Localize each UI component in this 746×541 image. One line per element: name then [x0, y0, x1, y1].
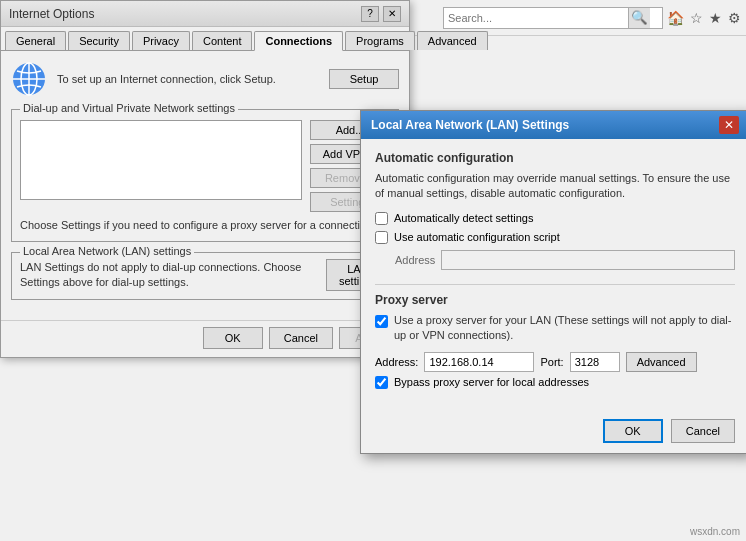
lan-modal-body: Automatic configuration Automatic config… — [361, 139, 746, 413]
lan-cancel-button[interactable]: Cancel — [671, 419, 735, 443]
modal-overlay: Local Area Network (LAN) Settings ✕ Auto… — [0, 0, 746, 541]
lan-modal-title: Local Area Network (LAN) Settings — [371, 118, 569, 132]
script-address-label: Address — [395, 254, 435, 266]
proxy-address-label: Address: — [375, 356, 418, 368]
auto-config-desc: Automatic configuration may override man… — [375, 171, 735, 202]
use-proxy-label: Use a proxy server for your LAN (These s… — [394, 313, 735, 344]
auto-detect-label: Automatically detect settings — [394, 212, 533, 224]
lan-ok-button[interactable]: OK — [603, 419, 663, 443]
use-config-script-label: Use automatic configuration script — [394, 231, 560, 243]
script-address-input[interactable] — [441, 250, 735, 270]
lan-settings-modal: Local Area Network (LAN) Settings ✕ Auto… — [360, 110, 746, 454]
use-proxy-checkbox[interactable] — [375, 315, 388, 328]
use-config-script-checkbox[interactable] — [375, 231, 388, 244]
lan-modal-titlebar: Local Area Network (LAN) Settings ✕ — [361, 111, 746, 139]
proxy-address-input[interactable] — [424, 352, 534, 372]
port-input[interactable] — [570, 352, 620, 372]
port-label: Port: — [540, 356, 563, 368]
lan-modal-footer: OK Cancel — [361, 413, 746, 453]
bypass-row: Bypass proxy server for local addresses — [375, 376, 735, 389]
auto-config-title: Automatic configuration — [375, 151, 735, 165]
lan-modal-close-button[interactable]: ✕ — [719, 116, 739, 134]
advanced-button[interactable]: Advanced — [626, 352, 697, 372]
proxy-server-title: Proxy server — [375, 293, 735, 307]
bypass-checkbox[interactable] — [375, 376, 388, 389]
divider — [375, 284, 735, 285]
use-proxy-row: Use a proxy server for your LAN (These s… — [375, 313, 735, 344]
proxy-address-row: Address: Port: Advanced — [375, 352, 735, 372]
bypass-label: Bypass proxy server for local addresses — [394, 376, 589, 388]
auto-detect-checkbox[interactable] — [375, 212, 388, 225]
script-address-row: Address — [375, 250, 735, 270]
auto-detect-row: Automatically detect settings — [375, 212, 735, 225]
use-config-script-row: Use automatic configuration script — [375, 231, 735, 244]
